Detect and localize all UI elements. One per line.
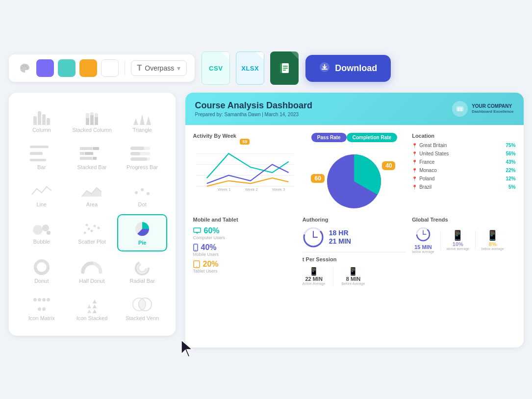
svg-point-17 xyxy=(84,232,86,234)
trend-label-10: above average xyxy=(447,247,469,250)
svg-point-19 xyxy=(91,230,93,232)
location-pct-us: 56% xyxy=(506,151,515,156)
chart-item-line[interactable]: Line xyxy=(17,177,67,212)
chart-item-bubble[interactable]: Bubble xyxy=(17,214,67,251)
svg-point-2 xyxy=(25,65,26,67)
chart-item-stacked-venn[interactable]: Stacked Venn xyxy=(117,291,168,326)
download-button[interactable]: Download xyxy=(305,55,391,82)
svg-point-14 xyxy=(33,225,43,235)
svg-point-21 xyxy=(98,227,100,229)
chart-item-column[interactable]: Column xyxy=(17,102,67,138)
mobile-title: Mobile and Tablet xyxy=(193,217,297,223)
scatter-plot-label: Scatter Plot xyxy=(78,239,106,245)
tablet-label: Tablet Users xyxy=(193,269,297,274)
chart-item-stacked-column[interactable]: Stacked Column xyxy=(67,102,117,138)
chart-item-pie[interactable]: Pie xyxy=(117,214,168,251)
svg-point-20 xyxy=(94,225,96,227)
toolbar: T Overpass ▾ CSV XLSX xyxy=(9,51,524,85)
trend-phone-icon1: 📱 xyxy=(447,229,469,241)
stacked-venn-label: Stacked Venn xyxy=(126,315,159,321)
trend-label-15: below average xyxy=(412,250,434,253)
svg-text:Week 3: Week 3 xyxy=(272,187,285,192)
completion-tab[interactable]: Completion Rate xyxy=(347,133,397,142)
color-swatch-teal[interactable] xyxy=(58,59,76,77)
mobile-label: Mobile Users xyxy=(193,252,297,257)
file-export-row: CSV XLSX xyxy=(202,51,299,85)
chart-item-progress-bar[interactable]: Progress Bar xyxy=(117,140,168,175)
sheets-export-button[interactable] xyxy=(270,51,299,85)
chevron-down-icon: ▾ xyxy=(177,64,180,72)
chart-item-area[interactable]: Area xyxy=(67,177,117,212)
scatter-plot-icon xyxy=(80,219,103,237)
chart-item-scatter-plot[interactable]: Scatter Plot xyxy=(67,214,117,251)
dashboard-subtitle: Prepared by: Samantha Dawn | March 14, 2… xyxy=(195,112,312,117)
progress-bar-label: Progress Bar xyxy=(127,164,158,170)
location-name-br: Brazil xyxy=(419,184,431,190)
location-item-br: 📍Brazil 5% xyxy=(412,184,515,190)
bubble-chart-icon xyxy=(30,219,53,237)
pie-value-40: 40 xyxy=(382,161,395,170)
chart-item-bar[interactable]: Bar xyxy=(17,140,67,175)
dot-label: Dot xyxy=(138,201,147,207)
session-label-before: Before Average xyxy=(341,282,365,285)
session-value-8: 8 MIN xyxy=(341,276,365,282)
pin-icon-br: 📍 xyxy=(412,185,417,190)
location-item-mc: 📍Monaco 22% xyxy=(412,168,515,173)
dashboard-body: Activity By Week 59 xyxy=(185,125,524,294)
pie-value-60: 60 xyxy=(311,174,324,183)
chart-item-stacked-bar[interactable]: Stacked Bar xyxy=(67,140,117,175)
chart-item-dot[interactable]: Dot xyxy=(117,177,168,212)
color-swatch-orange[interactable] xyxy=(79,59,97,77)
icon-matrix-icon xyxy=(33,296,51,313)
paint-icon[interactable] xyxy=(17,60,32,76)
icon-stacked-icon xyxy=(80,296,103,313)
computer-pct: 60% xyxy=(204,226,220,235)
font-selector[interactable]: T Overpass ▾ xyxy=(131,60,187,76)
color-swatch-purple[interactable] xyxy=(36,59,54,77)
activity-title: Activity By Week xyxy=(193,133,297,139)
chart-item-icon-stacked[interactable]: Icon Stacked xyxy=(67,291,117,326)
company-text: YOUR COMPANY Dashboard Excellence xyxy=(472,103,513,114)
xlsx-export-button[interactable]: XLSX xyxy=(236,51,264,85)
donut-chart-icon xyxy=(30,258,53,276)
session-divider xyxy=(333,266,333,286)
trend-phone-icon2: 📱 xyxy=(481,229,504,241)
dashboard-preview: Course Analysis Dashboard Prepared by: S… xyxy=(185,93,524,348)
chart-item-triangle[interactable]: Triangle xyxy=(117,102,168,138)
location-pct-gb: 75% xyxy=(506,143,515,148)
pie-chart-icon xyxy=(130,220,154,238)
chart-item-donut[interactable]: Donut xyxy=(17,253,67,289)
color-swatch-white[interactable] xyxy=(101,59,119,77)
location-list: 📍Great Britain 75% 📍United States 56% 📍F… xyxy=(412,143,515,190)
svg-text:Week 2: Week 2 xyxy=(245,187,257,192)
trend-8pct: 📱 8% below average xyxy=(481,229,504,250)
chart-item-icon-matrix[interactable]: Icon Matrix xyxy=(17,291,67,326)
activity-peak-label: 59 xyxy=(240,139,250,145)
column-chart-icon xyxy=(30,107,53,125)
pie-svg xyxy=(320,147,388,211)
trend-value-15: 15 MIN xyxy=(412,244,434,250)
toolbar-left: T Overpass ▾ xyxy=(9,54,195,82)
location-pct-mc: 22% xyxy=(506,168,515,173)
pin-icon-mc: 📍 xyxy=(412,168,417,173)
csv-export-button[interactable]: CSV xyxy=(202,51,230,85)
location-title: Location xyxy=(412,133,515,139)
dot-chart-icon xyxy=(130,182,154,200)
session-stat-8min: 📱 8 MIN Before Average xyxy=(341,267,365,285)
bottom-row: Mobile and Tablet 60% Computer Users xyxy=(193,217,516,286)
svg-point-11 xyxy=(135,191,138,194)
bar-label: Bar xyxy=(37,164,46,170)
triangle-label: Triangle xyxy=(132,127,152,133)
area-label: Area xyxy=(86,201,98,207)
company-logo: YOUR COMPANY Dashboard Excellence xyxy=(452,101,513,117)
chart-item-radial-bar[interactable]: Radial Bar xyxy=(117,253,168,289)
stacked-bar-icon xyxy=(80,145,103,162)
chart-picker: Column xyxy=(9,93,176,336)
mobile-tablet-section: Mobile and Tablet 60% Computer Users xyxy=(193,217,297,286)
passrate-tab[interactable]: Pass Rate xyxy=(311,133,347,142)
session-stat-22min: 📱 22 MIN Active Average xyxy=(303,267,326,285)
chart-item-half-donut[interactable]: Half Donut xyxy=(67,253,117,289)
authoring-value2: 21 MIN xyxy=(329,237,351,246)
pin-icon-us: 📍 xyxy=(412,151,417,156)
authoring-value1: 18 HR xyxy=(329,229,351,237)
